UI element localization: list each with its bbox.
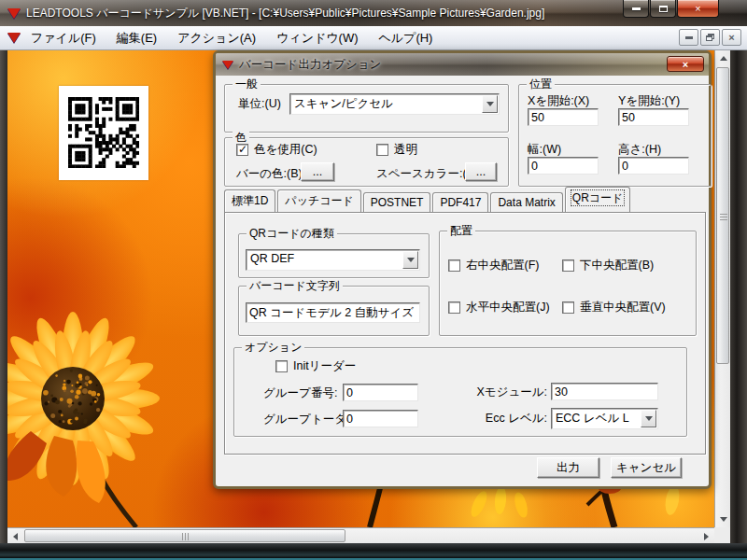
checkbox-box[interactable] — [236, 144, 248, 156]
width-input[interactable] — [528, 157, 599, 175]
group-general-legend: 一般 — [233, 77, 261, 91]
mdi-window-controls: × — [679, 29, 741, 46]
unit-combobox-dropdown-button[interactable] — [482, 95, 498, 113]
minimize-button[interactable] — [623, 0, 649, 18]
tab-label: Data Matrix — [498, 196, 555, 209]
barcode-text-input[interactable] — [246, 302, 420, 323]
window-frame-right — [730, 50, 747, 543]
qr-type-combobox-dropdown-button[interactable] — [402, 251, 418, 269]
mdi-restore-button[interactable] — [700, 29, 720, 46]
horizontal-scrollbar-thumb[interactable] — [24, 529, 345, 542]
space-color-browse-button[interactable]: ... — [465, 162, 497, 181]
checkbox-horizontal-center[interactable]: 水平中央配置(J) — [448, 300, 550, 315]
checkbox-right-center[interactable]: 右中央配置(F) — [448, 258, 539, 273]
menu-action[interactable]: アクション(A) — [169, 27, 264, 49]
tab-standard-1d[interactable]: 標準1D — [224, 189, 275, 212]
dialog-logo-icon — [222, 61, 233, 69]
close-icon: × — [683, 59, 688, 70]
tab-label: 標準1D — [232, 194, 268, 207]
output-button[interactable]: 出力 — [537, 457, 599, 478]
init-reader-label: Initリーダー — [293, 358, 356, 374]
cancel-button[interactable]: キャンセル — [611, 457, 682, 478]
height-label: 高さ:(H) — [618, 143, 661, 156]
group-number-input[interactable] — [343, 384, 418, 401]
tab-qr-code[interactable]: QRコード — [565, 187, 631, 212]
chevron-down-icon — [486, 102, 494, 106]
menu-help[interactable]: ヘルプ(H) — [370, 27, 441, 49]
restore-icon — [706, 34, 714, 41]
qr-code-image — [59, 86, 148, 180]
bar-color-browse-button[interactable]: ... — [301, 162, 334, 181]
checkbox-use-color[interactable]: 色を使用(C) — [236, 142, 317, 158]
window-frame-bottom — [0, 543, 747, 560]
checkbox-box[interactable] — [376, 144, 388, 156]
tab-patch-code[interactable]: パッチコード — [277, 189, 360, 212]
scroll-left-button[interactable] — [7, 528, 23, 544]
tab-postnet[interactable]: POSTNET — [363, 192, 431, 212]
qr-type-combobox-value: QR DEF — [250, 252, 294, 265]
window-controls: × — [622, 0, 719, 18]
bar-color-label: バーの色:(B) — [236, 167, 303, 180]
checkbox-vertical-center[interactable]: 垂直中央配置(V) — [562, 300, 666, 315]
mdi-close-button[interactable]: × — [722, 29, 741, 46]
group-alignment: 配置 — [439, 231, 697, 336]
maximize-button[interactable] — [650, 0, 676, 18]
width-label: 幅:(W) — [528, 143, 561, 156]
dialog-close-button[interactable]: × — [667, 56, 704, 72]
y-start-label: Yを開始:(Y) — [618, 94, 680, 107]
y-start-input[interactable] — [618, 108, 689, 126]
height-input[interactable] — [618, 157, 689, 175]
cancel-button-label: キャンセル — [616, 460, 676, 476]
scroll-up-icon — [720, 56, 727, 61]
checkbox-box[interactable] — [448, 259, 460, 272]
right-center-label: 右中央配置(F) — [466, 258, 539, 273]
checkbox-box[interactable] — [562, 301, 574, 314]
checkbox-box[interactable] — [448, 301, 460, 314]
browse-label: ... — [313, 165, 322, 178]
minimize-icon — [685, 36, 693, 39]
vertical-scrollbar[interactable] — [714, 50, 730, 527]
menu-file[interactable]: ファイル(F) — [22, 27, 105, 49]
close-icon: × — [728, 32, 734, 43]
tab-label: POSTNET — [371, 196, 424, 209]
qr-modules — [68, 97, 139, 168]
scroll-right-button[interactable] — [698, 528, 714, 544]
menu-bar: ファイル(F) 編集(E) アクション(A) ウィンドウ(W) ヘルプ(H) — [0, 26, 747, 50]
checkbox-box[interactable] — [562, 259, 574, 272]
scroll-down-icon — [720, 517, 727, 522]
vertical-scrollbar-thumb[interactable] — [716, 67, 729, 364]
ecc-level-combobox-dropdown-button[interactable] — [641, 410, 656, 427]
bottom-center-label: 下中央配置(B) — [580, 258, 654, 273]
maximize-icon — [659, 6, 668, 12]
app-logo-icon — [7, 8, 21, 19]
tab-label: PDF417 — [440, 196, 481, 209]
scroll-down-button[interactable] — [715, 511, 731, 527]
tab-label: QRコード — [572, 191, 624, 204]
title-bar[interactable]: LEADTOOLS バーコードサンプル [VB.NET] - [C:¥Users… — [0, 0, 747, 26]
space-color-label: スペースカラー:(S) — [376, 167, 478, 180]
output-button-label: 出力 — [557, 460, 580, 476]
checkbox-box[interactable] — [275, 360, 288, 372]
window-title: LEADTOOLS バーコードサンプル [VB.NET] - [C:¥Users… — [26, 6, 544, 21]
menu-edit[interactable]: 編集(E) — [108, 27, 165, 49]
x-start-input[interactable] — [528, 108, 599, 126]
mdi-minimize-button[interactable] — [679, 29, 698, 46]
x-module-input[interactable] — [551, 383, 658, 400]
qr-type-combobox[interactable]: QR DEF — [246, 249, 420, 271]
scroll-up-button[interactable] — [715, 50, 731, 66]
tab-pdf417[interactable]: PDF417 — [432, 192, 488, 212]
ecc-level-combobox[interactable]: ECC レベル L — [551, 408, 658, 429]
checkbox-init-reader[interactable]: Initリーダー — [275, 358, 356, 374]
checkbox-bottom-center[interactable]: 下中央配置(B) — [562, 258, 654, 273]
tab-data-matrix[interactable]: Data Matrix — [490, 192, 562, 212]
menu-window[interactable]: ウィンドウ(W) — [268, 27, 366, 49]
horizontal-scrollbar[interactable] — [7, 527, 714, 543]
ecc-level-combobox-value: ECC レベル L — [556, 411, 629, 427]
dialog-title-bar[interactable]: バーコード出力オプション — [216, 53, 709, 76]
group-alignment-legend: 配置 — [447, 224, 475, 238]
group-total-input[interactable] — [343, 410, 418, 427]
minimize-icon — [632, 7, 641, 10]
checkbox-transparent[interactable]: 透明 — [376, 142, 417, 158]
unit-combobox[interactable]: スキャン/ピクセル — [289, 93, 500, 115]
close-button[interactable]: × — [677, 0, 719, 18]
